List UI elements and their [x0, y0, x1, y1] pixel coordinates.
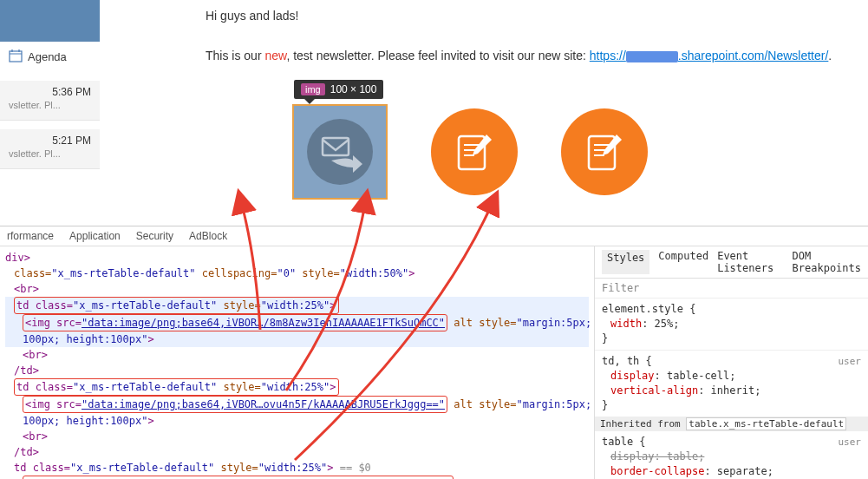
mail-forward-icon	[305, 117, 375, 187]
data-uri-2[interactable]: "data:image/png;base64,iVBOR…ovu4n5F/kAA…	[82, 398, 445, 410]
mail-item[interactable]: 5:21 PM vsletter. Pl...	[0, 129, 100, 169]
svg-rect-0	[10, 51, 22, 62]
styles-panel: Styles Computed Event Listeners DOM Brea…	[594, 246, 868, 479]
redacted-domain	[626, 51, 678, 62]
body-text: This is our new, test newsletter. Please…	[206, 49, 842, 62]
newsletter-link[interactable]: https://.sharepoint.com/Newsletter/	[590, 49, 829, 62]
svg-rect-6	[459, 136, 485, 169]
devtools: rformance Application Security AdBlock d…	[0, 226, 868, 479]
tab-application[interactable]: Application	[69, 230, 121, 242]
svg-rect-10	[589, 136, 615, 169]
item-label: vsletter. Pl...	[9, 148, 91, 159]
elements-panel[interactable]: div> class="x_ms-rteTable-default" cells…	[0, 246, 594, 479]
styles-filter[interactable]: Filter	[595, 279, 868, 299]
devtools-tabs: rformance Application Security AdBlock	[0, 226, 868, 246]
calendar-icon	[9, 49, 23, 65]
tab-performance[interactable]: rformance	[7, 230, 54, 242]
notepad-image[interactable]	[431, 108, 518, 195]
notepad-pencil-icon	[580, 128, 629, 176]
svg-point-4	[307, 119, 373, 185]
notepad-image[interactable]	[561, 108, 648, 195]
agenda-label: Agenda	[28, 50, 67, 63]
mail-item[interactable]: 5:36 PM vsletter. Pl...	[0, 81, 100, 121]
selected-image[interactable]	[292, 104, 388, 200]
tab-adblock[interactable]: AdBlock	[189, 230, 227, 242]
item-time: 5:21 PM	[9, 135, 91, 147]
new-word: new	[264, 49, 286, 62]
styles-tabs: Styles Computed Event Listeners DOM Brea…	[595, 246, 868, 279]
notepad-pencil-icon	[450, 128, 499, 176]
email-body: Hi guys and lads! This is our new, test …	[100, 0, 868, 226]
inspector-tooltip: img 100 × 100	[294, 80, 383, 99]
tab-dom-breakpoints[interactable]: DOM Breakpoints	[793, 250, 861, 274]
item-time: 5:36 PM	[9, 86, 91, 98]
highlighted-row[interactable]: td class="x_ms-rteTable-default" style="…	[5, 297, 589, 314]
greeting-text: Hi guys and lads!	[206, 9, 842, 23]
tab-security[interactable]: Security	[136, 230, 173, 242]
tab-event-listeners[interactable]: Event Listeners	[717, 250, 783, 274]
tab-styles[interactable]: Styles	[602, 250, 649, 274]
agenda-button[interactable]: Agenda	[0, 42, 100, 72]
svg-rect-5	[323, 138, 349, 155]
tooltip-tag: img	[301, 83, 325, 95]
sidebar-header	[0, 0, 100, 42]
tab-computed[interactable]: Computed	[658, 250, 708, 274]
sidebar: Agenda 5:36 PM vsletter. Pl... 5:21 PM v…	[0, 0, 100, 226]
data-uri-1[interactable]: "data:image/png;base64,iVBOR…/8m8Azw3Ieh…	[82, 317, 445, 329]
item-label: vsletter. Pl...	[9, 100, 91, 110]
inherited-from: Inherited from table.x_ms-rteTable-defau…	[595, 417, 868, 431]
tooltip-dims: 100 × 100	[330, 83, 377, 95]
images-row	[292, 104, 648, 200]
